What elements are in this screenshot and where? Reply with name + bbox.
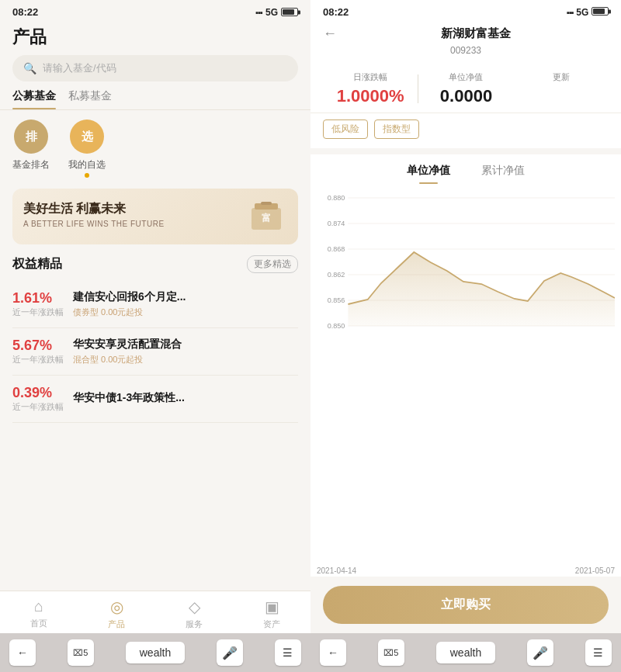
left-keyboard-bar: ← ⌧5 wealth 🎤 ☰: [0, 633, 310, 672]
left-signal: ▪▪▪ 5G: [255, 7, 298, 18]
nav-service[interactable]: ◇ 服务: [155, 598, 233, 630]
chart-area-fill: [348, 252, 615, 326]
chart-tab-cum-nav[interactable]: 累计净值: [481, 164, 525, 184]
home-icon: ⌂: [34, 598, 43, 615]
nav-assets-label: 资产: [263, 618, 280, 630]
fund-label-1: 近一年涨跌幅: [12, 354, 64, 365]
left-battery-icon: [281, 8, 298, 16]
left-status-bar: 08:22 ▪▪▪ 5G: [0, 0, 310, 21]
nav-product-label: 产品: [108, 618, 125, 630]
fund-return-2: 0.39%: [12, 385, 64, 401]
right-battery-icon: [592, 7, 609, 16]
service-icon: ◇: [189, 598, 200, 616]
ranking-circle: 排: [14, 120, 48, 154]
nav-home[interactable]: ⌂ 首页: [0, 598, 78, 630]
stat-change: 日涨跌幅 1.0000%: [323, 71, 418, 106]
assets-icon: ▣: [265, 598, 279, 616]
svg-rect-2: [261, 202, 272, 205]
promo-banner[interactable]: 美好生活 利赢未来 A BETTER LIFE WINS THE FUTURE …: [12, 189, 298, 244]
favorites-circle: 选: [70, 120, 104, 154]
right-status-bar: 08:22 ▪▪▪ 5G: [310, 0, 621, 21]
fund-info-1: 华安安享灵活配置混合 混合型 0.00元起投: [73, 338, 298, 365]
right-kb-mic[interactable]: 🎤: [527, 639, 553, 666]
fund-name-2: 华安中债1-3年政策性...: [73, 391, 298, 405]
stat-nav-value: 0.0000: [440, 86, 492, 106]
category-icons: 排 基金排名 选 我的自选: [0, 120, 310, 178]
stat-update: 更新: [514, 71, 609, 106]
right-kb-wealth[interactable]: wealth: [436, 642, 495, 663]
right-panel: 08:22 ▪▪▪ 5G ← 新湖财富基金 009233 日涨跌幅 1.0000…: [310, 0, 621, 672]
tab-private-fund[interactable]: 私募基金: [68, 89, 112, 109]
left-kb-wealth[interactable]: wealth: [126, 642, 185, 663]
chart-area: 0.880 0.874 0.868 0.862 0.856 0.850: [310, 184, 621, 565]
fund-list: 1.61% 近一年涨跌幅 建信安心回报6个月定... 债券型 0.00元起投 5…: [0, 281, 310, 591]
fund-header: ← 新湖财富基金 009233: [310, 21, 621, 65]
search-bar[interactable]: 🔍 请输入基金/代码: [12, 55, 298, 81]
chart-tabs: 单位净值 累计净值: [310, 154, 621, 184]
svg-text:0.850: 0.850: [328, 322, 345, 330]
stat-change-label: 日涨跌幅: [353, 71, 387, 83]
fund-return-1: 5.67%: [12, 338, 64, 354]
search-icon: 🔍: [23, 62, 36, 74]
right-kb-menu[interactable]: ☰: [585, 639, 612, 666]
fund-item-2[interactable]: 0.39% 近一年涨跌幅 华安中债1-3年政策性...: [12, 376, 298, 423]
left-kb-mic[interactable]: 🎤: [217, 639, 243, 666]
left-kb-back[interactable]: ←: [9, 639, 36, 666]
more-button[interactable]: 更多精选: [247, 255, 298, 273]
fund-detail-title: 新湖财富基金: [343, 26, 609, 41]
right-keyboard-bar: ← ⌧5 wealth 🎤 ☰: [310, 633, 621, 672]
fund-tag-1: 指数型: [374, 120, 419, 139]
fund-info-2: 华安中债1-3年政策性...: [73, 391, 298, 407]
fund-label-0: 近一年涨跌幅: [12, 307, 64, 318]
buy-button-wrap: 立即购买: [310, 577, 621, 633]
fund-meta-0: 债券型 0.00元起投: [73, 307, 298, 318]
favorites-label: 我的自选: [68, 158, 106, 171]
left-network: 5G: [265, 7, 278, 18]
category-ranking[interactable]: 排 基金排名: [12, 120, 50, 178]
chart-x-end: 2021-05-07: [575, 566, 615, 575]
left-kb-menu[interactable]: ☰: [275, 639, 301, 666]
buy-button[interactable]: 立即购买: [323, 586, 609, 624]
search-placeholder: 请输入基金/代码: [43, 61, 116, 75]
stat-nav-label: 单位净值: [449, 71, 483, 83]
fund-stats-row: 日涨跌幅 1.0000% 单位净值 0.0000 更新: [310, 65, 621, 113]
svg-text:0.880: 0.880: [328, 194, 345, 202]
category-favorites[interactable]: 选 我的自选: [68, 120, 106, 178]
left-kb-tab[interactable]: ⌧5: [68, 639, 94, 666]
left-signal-dots: ▪▪▪: [255, 8, 262, 17]
right-signal-dots: ▪▪▪: [567, 8, 574, 17]
svg-text:富: 富: [262, 213, 271, 223]
svg-text:0.856: 0.856: [328, 296, 345, 304]
right-kb-tab[interactable]: ⌧5: [378, 639, 404, 666]
nav-product[interactable]: ◎ 产品: [78, 598, 155, 630]
fund-item-1[interactable]: 5.67% 近一年涨跌幅 华安安享灵活配置混合 混合型 0.00元起投: [12, 328, 298, 376]
fund-code: 009233: [323, 45, 609, 56]
page-title: 产品: [0, 21, 310, 55]
banner-decoration: 富: [245, 196, 287, 237]
left-time: 08:22: [12, 6, 38, 18]
favorites-dot: [85, 173, 89, 178]
stat-update-label: 更新: [553, 71, 570, 83]
nav-assets[interactable]: ▣ 资产: [233, 598, 310, 630]
back-button[interactable]: ←: [323, 26, 343, 42]
chart-x-labels: 2021-04-14 2021-05-07: [310, 565, 621, 577]
fund-meta-1: 混合型 0.00元起投: [73, 354, 298, 365]
svg-text:0.862: 0.862: [328, 271, 345, 279]
fund-return-0: 1.61%: [12, 290, 64, 307]
chart-tab-unit-nav[interactable]: 单位净值: [407, 164, 450, 184]
fund-tag-0: 低风险: [323, 120, 368, 139]
svg-text:0.874: 0.874: [328, 220, 345, 227]
product-icon: ◎: [110, 598, 123, 616]
stat-change-value: 1.0000%: [337, 86, 404, 106]
stat-nav: 单位净值 0.0000: [418, 71, 513, 106]
right-kb-back[interactable]: ←: [320, 639, 346, 666]
chart-x-start: 2021-04-14: [317, 566, 356, 575]
section-title: 权益精品: [12, 256, 62, 272]
fund-name-0: 建信安心回报6个月定...: [73, 290, 298, 304]
fund-label-2: 近一年涨跌幅: [12, 401, 64, 413]
ranking-label: 基金排名: [12, 158, 50, 171]
svg-text:0.868: 0.868: [328, 245, 345, 253]
tab-public-fund[interactable]: 公募基金: [12, 89, 56, 109]
left-panel: 08:22 ▪▪▪ 5G 产品 🔍 请输入基金/代码 公募基金 私募基金 排 基…: [0, 0, 310, 672]
fund-item-0[interactable]: 1.61% 近一年涨跌幅 建信安心回报6个月定... 债券型 0.00元起投: [12, 281, 298, 328]
